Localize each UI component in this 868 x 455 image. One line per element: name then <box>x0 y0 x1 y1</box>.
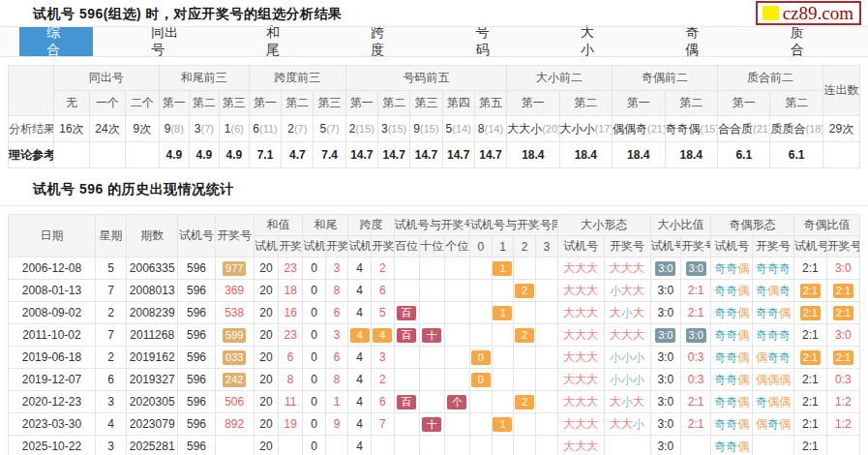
analysis-sub-header: 第二 <box>282 91 314 116</box>
analysis-cell: 9(15) <box>410 116 442 142</box>
pattern-char: 大 <box>633 395 644 409</box>
cell-value: 3:0 <box>835 328 852 342</box>
history-cell: 5 <box>371 302 394 324</box>
analysis-cell: 9(8) <box>159 116 189 142</box>
analysis-group-header: 大小前二 <box>507 66 613 91</box>
pattern-char: 奇 <box>714 373 726 386</box>
history-cell: 0 <box>303 369 326 391</box>
analysis-cell: 6.1 <box>770 142 823 168</box>
history-cell: 9 <box>325 413 348 436</box>
history-cell: 奇奇偶 <box>711 324 753 347</box>
history-cell: 4 <box>348 369 372 391</box>
count-paren: (14) <box>485 123 504 135</box>
highlight-badge: 4 <box>373 328 392 343</box>
history-cell: 大大大 <box>557 369 604 391</box>
history-row: 2023-03-304202307959689220190947十1大大大大大小… <box>9 413 860 436</box>
cell-value: 2 <box>379 261 386 275</box>
pattern-char: 奇 <box>767 350 779 364</box>
site-logo[interactable]: cz89.com <box>756 1 861 25</box>
history-cell: 大大大 <box>557 258 604 280</box>
history-cell: 033 <box>215 347 254 369</box>
analysis-header-sub: 无一个二个第一第二第三第一第二第三第一第二第三第四第五第一第二第一第二第一第二 <box>9 91 860 116</box>
history-cell <box>469 280 492 302</box>
history-cell: 2 <box>514 280 536 302</box>
pattern-char: 大 <box>575 328 586 342</box>
history-cell: 8 <box>279 369 303 391</box>
cell-value: 369 <box>224 284 244 297</box>
history-cell: 0:3 <box>680 369 710 391</box>
count-paren: (14) <box>452 123 471 135</box>
history-cell: 6 <box>371 280 394 302</box>
pattern-char: 偶 <box>737 306 749 319</box>
history-cell <box>444 258 469 280</box>
tab-6[interactable]: 大小 <box>554 27 627 56</box>
analysis-sub-header: 第五 <box>474 91 506 116</box>
history-cell: 596 <box>178 413 215 436</box>
analysis-cell: 14.7 <box>442 142 474 168</box>
history-cell: 2023079 <box>127 413 178 436</box>
analysis-sub-header: 第二 <box>559 91 612 116</box>
tab-2[interactable]: 同出号 <box>124 27 208 56</box>
history-cell: 大大大 <box>557 347 604 369</box>
analysis-cell: 奇奇偶(15) <box>665 116 717 142</box>
tab-3[interactable]: 和尾 <box>239 27 313 56</box>
history-sub-header: 试机号 <box>650 236 680 258</box>
pattern-char: 小 <box>610 373 621 386</box>
history-header-groups: 日期星期期数试机号开奖号和值和尾跨度试机号与开奖号同位试机号与开奖号同号大小形态… <box>9 215 860 236</box>
pattern-char: 小 <box>621 306 633 319</box>
pattern-char: 奇 <box>767 417 779 431</box>
pattern-char: 大 <box>575 373 586 386</box>
history-cell: 2008-01-13 <box>9 280 96 302</box>
history-sub-header: 开奖 <box>325 236 348 258</box>
history-group-header: 试机号与开奖号同位 <box>394 215 469 236</box>
history-cell <box>492 369 514 391</box>
history-cell: 偶偶偶 <box>753 369 794 391</box>
position-match-badge: 百 <box>397 395 416 410</box>
history-cell: 奇奇偶 <box>711 258 753 280</box>
pattern-char: 偶 <box>737 440 749 453</box>
cell-value: 6 <box>379 284 386 297</box>
highlight-badge: 2 <box>515 328 534 343</box>
history-cell: 奇偶奇 <box>753 280 794 302</box>
pattern-char: 奇 <box>714 284 726 297</box>
history-cell: 1:2 <box>826 391 859 413</box>
history-cell <box>419 347 444 369</box>
history-cell <box>469 258 492 280</box>
pattern-char: 小 <box>633 417 644 431</box>
history-group-header: 奇偶比值 <box>793 215 859 236</box>
cell-value: 2 <box>287 122 294 136</box>
pattern-char: 偶 <box>737 328 749 342</box>
pattern-char: 奇 <box>779 261 791 275</box>
history-cell: 4 <box>371 324 394 347</box>
tab-5[interactable]: 号码 <box>449 27 523 56</box>
history-cell <box>444 413 469 436</box>
history-cell: 16 <box>279 302 303 324</box>
history-cell: 奇奇偶 <box>711 391 753 413</box>
cell-value: 7 <box>379 417 386 431</box>
pattern-char: 偶 <box>756 417 767 431</box>
tab-1[interactable]: 综合 <box>19 27 93 56</box>
cell-value: 9 <box>413 122 420 136</box>
pattern-char: 大 <box>563 417 575 431</box>
pattern-char: 奇 <box>726 306 737 319</box>
analysis-cell: 4.9 <box>189 142 219 168</box>
history-cell: 599 <box>215 324 254 347</box>
position-match-badge: 百 <box>397 328 416 343</box>
pattern-char: 大 <box>586 373 598 386</box>
tab-8[interactable]: 质合 <box>763 27 837 56</box>
pattern-char: 大 <box>610 306 621 319</box>
analysis-sub-header: 第一 <box>613 91 665 116</box>
tab-4[interactable]: 跨度 <box>344 27 417 56</box>
cell-value: 506 <box>224 395 244 409</box>
cell-value: 偶偶奇 <box>613 122 647 136</box>
analysis-sub-header: 一个 <box>89 91 125 116</box>
tab-7[interactable]: 奇偶 <box>658 27 732 56</box>
history-cell: 0 <box>303 436 326 455</box>
history-cell: 2:1 <box>793 302 826 324</box>
pattern-char: 大 <box>633 306 644 319</box>
count-paren: (15) <box>388 123 407 135</box>
history-cell: 3:0 <box>650 302 680 324</box>
analysis-cell <box>89 142 125 168</box>
analysis-cell <box>126 142 160 168</box>
analysis-sub-header: 第一 <box>507 91 559 116</box>
